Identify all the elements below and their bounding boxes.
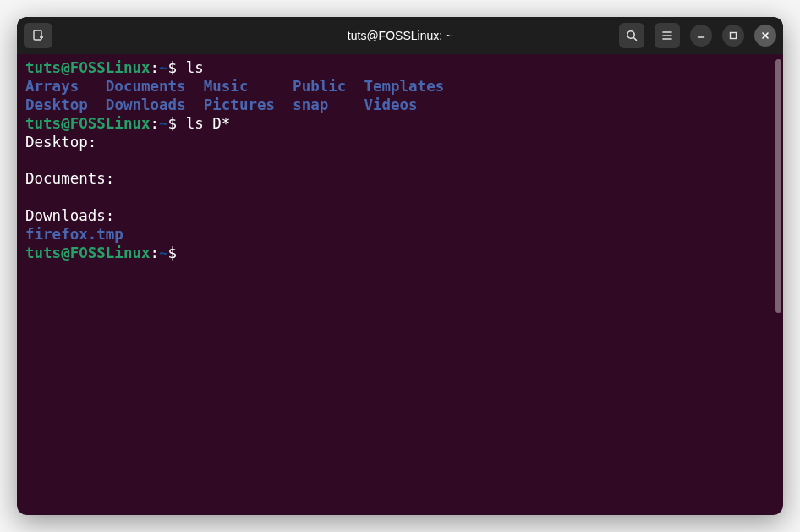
ls-d-file-row: firefox.tmp bbox=[25, 226, 775, 244]
hamburger-icon bbox=[660, 29, 674, 42]
pad bbox=[275, 96, 293, 113]
minimize-button[interactable] bbox=[690, 25, 712, 47]
dir-documents: Documents bbox=[106, 78, 186, 95]
window-title: tuts@FOSSLinux: ~ bbox=[348, 29, 452, 42]
pad bbox=[186, 78, 204, 95]
prompt-line-1: tuts@FOSSLinux:~$ ls bbox=[25, 59, 775, 78]
scrollbar[interactable] bbox=[775, 59, 781, 313]
svg-rect-9 bbox=[731, 33, 737, 39]
titlebar: tuts@FOSSLinux: ~ bbox=[17, 17, 783, 54]
ls-d-desktop-header: Desktop: bbox=[25, 134, 775, 152]
command-2: ls D* bbox=[186, 115, 231, 132]
prompt-line-3: tuts@FOSSLinux:~$ bbox=[25, 244, 775, 263]
ls-row-1: Arrays Documents Music Public Templates bbox=[25, 78, 775, 96]
dir-public: Public bbox=[293, 78, 346, 95]
search-icon bbox=[625, 29, 638, 42]
dir-music: Music bbox=[204, 78, 249, 95]
prompt-user: tuts@FOSSLinux bbox=[25, 115, 151, 132]
svg-rect-0 bbox=[34, 30, 41, 40]
prompt-symbol: $ bbox=[168, 244, 178, 261]
dir-downloads: Downloads bbox=[106, 96, 186, 113]
ls-row-2: Desktop Downloads Pictures snap Videos bbox=[25, 96, 775, 115]
dir-arrays: Arrays bbox=[25, 78, 79, 95]
dir-pictures: Pictures bbox=[204, 96, 275, 113]
titlebar-left bbox=[24, 23, 52, 48]
titlebar-right bbox=[619, 23, 776, 48]
new-tab-button[interactable] bbox=[24, 23, 52, 48]
prompt-symbol: $ bbox=[168, 59, 178, 76]
close-button[interactable] bbox=[754, 25, 776, 47]
dir-templates: Templates bbox=[364, 78, 444, 95]
pad bbox=[186, 96, 204, 113]
space bbox=[177, 59, 186, 76]
pad bbox=[346, 78, 364, 95]
minimize-icon bbox=[696, 30, 706, 41]
blank-line-1 bbox=[25, 151, 775, 170]
prompt-path: ~ bbox=[159, 244, 168, 261]
prompt-path: ~ bbox=[159, 115, 168, 132]
svg-line-4 bbox=[633, 37, 636, 40]
terminal-body[interactable]: tuts@FOSSLinux:~$ ls Arrays Documents Mu… bbox=[17, 54, 783, 515]
dir-snap: snap bbox=[293, 96, 328, 113]
command-1: ls bbox=[186, 59, 204, 76]
terminal-window: tuts@FOSSLinux: ~ bbox=[17, 17, 783, 515]
prompt-symbol: $ bbox=[168, 115, 178, 132]
space bbox=[177, 115, 186, 132]
maximize-icon bbox=[728, 30, 738, 41]
dir-desktop: Desktop bbox=[25, 96, 88, 113]
pad bbox=[79, 78, 106, 95]
search-button[interactable] bbox=[619, 23, 644, 48]
pad bbox=[88, 96, 106, 113]
prompt-colon: : bbox=[151, 59, 160, 76]
ls-d-documents-header: Documents: bbox=[25, 170, 775, 189]
new-tab-icon bbox=[31, 29, 45, 42]
space bbox=[177, 244, 186, 261]
prompt-user: tuts@FOSSLinux bbox=[25, 59, 151, 76]
prompt-colon: : bbox=[151, 244, 160, 261]
file-firefox-tmp: firefox.tmp bbox=[25, 226, 123, 243]
prompt-path: ~ bbox=[159, 59, 168, 76]
pad bbox=[248, 78, 293, 95]
pad bbox=[328, 96, 364, 113]
prompt-colon: : bbox=[151, 115, 160, 132]
dir-videos: Videos bbox=[364, 96, 417, 113]
blank-line-2 bbox=[25, 189, 775, 207]
ls-d-downloads-header: Downloads: bbox=[25, 207, 775, 226]
maximize-button[interactable] bbox=[722, 25, 744, 47]
prompt-user: tuts@FOSSLinux bbox=[25, 244, 151, 261]
prompt-line-2: tuts@FOSSLinux:~$ ls D* bbox=[25, 115, 775, 134]
menu-button[interactable] bbox=[655, 23, 680, 48]
close-icon bbox=[760, 30, 770, 41]
